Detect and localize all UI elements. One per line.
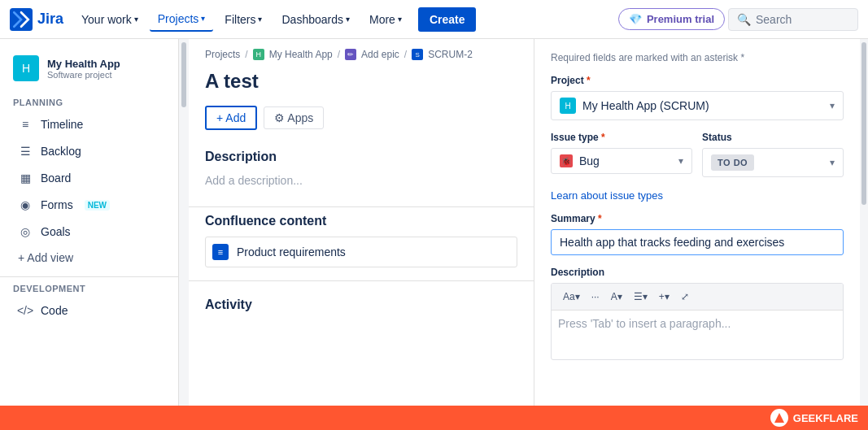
sidebar: H My Health App Software project PLANNIN… — [0, 39, 179, 406]
diamond-icon: 💎 — [629, 13, 642, 25]
editor-toolbar: Aa▾ ··· A▾ ☰▾ +▾ ⤢ — [552, 284, 843, 311]
insert-button[interactable]: +▾ — [654, 289, 674, 305]
filters-nav[interactable]: Filters ▾ — [216, 8, 270, 31]
learn-issue-types-link[interactable]: Learn about issue types — [551, 189, 663, 202]
breadcrumb-projects[interactable]: Projects — [205, 49, 240, 60]
search-box[interactable]: 🔍 Search — [728, 8, 858, 31]
sidebar-item-goals[interactable]: ◎ Goals — [5, 219, 173, 245]
premium-trial-button[interactable]: 💎 Premium trial — [618, 8, 725, 30]
right-panel: Required fields are marked with an aster… — [534, 39, 860, 406]
text-color-button[interactable]: A▾ — [606, 289, 627, 305]
status-field: Status TO DO ▾ — [702, 132, 844, 177]
description-heading: Description — [189, 143, 534, 171]
sidebar-app-header: H My Health App Software project — [0, 49, 178, 91]
description-placeholder[interactable]: Add a description... — [189, 171, 534, 203]
issue-type-select[interactable]: 🐞 Bug ▾ — [551, 148, 692, 174]
sidebar-item-forms[interactable]: ◉ Forms NEW — [5, 192, 173, 218]
sidebar-app-type: Software project — [47, 70, 120, 80]
logo: Jira — [10, 8, 63, 31]
left-scrollbar[interactable] — [179, 39, 189, 406]
more-nav[interactable]: More ▾ — [361, 8, 410, 31]
jira-logo-text: Jira — [37, 11, 63, 28]
sidebar-item-label: Timeline — [41, 118, 83, 131]
main-content: Projects / H My Health App / ✏ Add epic … — [189, 39, 534, 406]
bug-icon: 🐞 — [560, 154, 573, 167]
timeline-icon: ≡ — [18, 117, 33, 132]
your-work-nav[interactable]: Your work ▾ — [73, 8, 146, 31]
create-button[interactable]: Create — [418, 7, 477, 32]
left-scroll-thumb — [181, 42, 186, 107]
dashboards-nav[interactable]: Dashboards ▾ — [273, 8, 358, 31]
projects-nav[interactable]: Projects ▾ — [150, 7, 214, 32]
breadcrumb-health-app[interactable]: My Health App — [269, 49, 333, 60]
breadcrumb-scrum[interactable]: SCRUM-2 — [428, 49, 473, 60]
bottom-bar: GEEKFLARE — [0, 406, 868, 430]
project-icon: H — [253, 49, 264, 60]
description-content[interactable]: Press 'Tab' to insert a paragraph... — [552, 311, 843, 359]
epic-icon: ✏ — [345, 49, 356, 60]
sidebar-app-icon: H — [13, 55, 39, 81]
right-scroll-thumb — [861, 42, 866, 205]
chevron-down-icon: ▾ — [830, 100, 835, 111]
apps-button[interactable]: ⚙ Apps — [264, 106, 324, 129]
breadcrumb: Projects / H My Health App / ✏ Add epic … — [189, 39, 534, 67]
scrum-icon: S — [412, 49, 423, 60]
description-label-right: Description — [551, 267, 844, 278]
issue-title: A test — [189, 67, 534, 106]
confluence-heading: Confluence content — [205, 214, 517, 228]
jira-logo-icon — [10, 8, 33, 31]
confluence-item[interactable]: ≡ Product requirements — [205, 237, 517, 267]
forms-icon: ◉ — [18, 198, 33, 212]
sidebar-item-label: Forms — [41, 198, 73, 211]
sidebar-item-code[interactable]: </> Code — [5, 298, 173, 324]
confluence-item-label: Product requirements — [237, 245, 346, 258]
sidebar-item-timeline[interactable]: ≡ Timeline — [5, 111, 173, 137]
code-icon: </> — [18, 303, 33, 318]
breadcrumb-add-epic[interactable]: Add epic — [361, 49, 399, 60]
chevron-down-icon: ▾ — [830, 157, 835, 168]
summary-field: Summary * — [551, 213, 844, 255]
project-label: Project * — [551, 75, 844, 86]
summary-label: Summary * — [551, 213, 844, 224]
geekflare-logo: GEEKFLARE — [770, 409, 858, 427]
activity-heading: Activity — [205, 298, 517, 312]
status-label: Status — [702, 132, 844, 143]
sidebar-app-name: My Health App — [47, 58, 120, 70]
add-view-button[interactable]: + Add view — [5, 245, 173, 270]
list-button[interactable]: ☰▾ — [629, 289, 652, 305]
required-note: Required fields are marked with an aster… — [551, 52, 844, 63]
geekflare-text: GEEKFLARE — [793, 412, 858, 424]
font-button[interactable]: Aa▾ — [558, 289, 585, 305]
project-field: Project * H My Health App (SCRUM) ▾ — [551, 75, 844, 120]
activity-section: Activity — [189, 280, 534, 319]
confluence-section: Confluence content ≡ Product requirement… — [189, 206, 534, 274]
goals-icon: ◎ — [18, 224, 33, 239]
project-select[interactable]: H My Health App (SCRUM) ▾ — [551, 91, 844, 120]
geekflare-icon — [770, 409, 788, 427]
sidebar-item-label: Board — [41, 172, 71, 185]
confluence-icon: ≡ — [212, 244, 229, 260]
svg-marker-1 — [774, 413, 784, 423]
project-select-icon: H — [560, 98, 576, 114]
add-button[interactable]: + Add — [205, 106, 257, 130]
fullscreen-button[interactable]: ⤢ — [676, 289, 694, 305]
sidebar-item-label: Code — [41, 304, 68, 317]
summary-input[interactable] — [551, 229, 844, 255]
issue-type-field: Issue type * 🐞 Bug ▾ — [551, 132, 692, 177]
backlog-icon: ☰ — [18, 144, 33, 159]
board-icon: ▦ — [18, 171, 33, 185]
sidebar-item-backlog[interactable]: ☰ Backlog — [5, 138, 173, 164]
right-scrollbar[interactable] — [860, 39, 868, 406]
more-options-button[interactable]: ··· — [587, 289, 604, 305]
planning-label: PLANNING — [0, 91, 178, 111]
sidebar-item-label: Goals — [41, 225, 71, 238]
chevron-down-icon: ▾ — [678, 155, 683, 167]
description-field-right: Description Aa▾ ··· A▾ ☰▾ +▾ ⤢ Press 'Ta… — [551, 267, 844, 360]
status-select[interactable]: TO DO ▾ — [702, 148, 844, 177]
description-editor: Aa▾ ··· A▾ ☰▾ +▾ ⤢ Press 'Tab' to insert… — [551, 283, 844, 360]
search-icon: 🔍 — [737, 13, 751, 26]
status-badge: TO DO — [711, 154, 754, 171]
sidebar-item-label: Backlog — [41, 145, 81, 158]
issue-type-label: Issue type * — [551, 132, 692, 143]
sidebar-item-board[interactable]: ▦ Board — [5, 165, 173, 191]
